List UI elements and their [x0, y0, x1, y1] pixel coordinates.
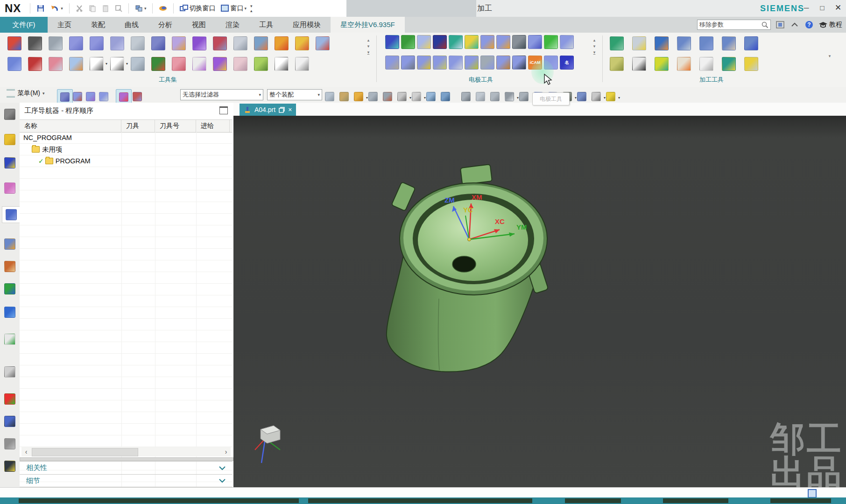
tab-5[interactable]: 渲染	[216, 17, 249, 33]
part-navigator-icon[interactable]	[2, 180, 18, 196]
scrollbar-thumb[interactable]	[32, 448, 138, 456]
constraint-navigator-icon[interactable]	[2, 155, 18, 171]
electrode-r1-icon-5[interactable]	[448, 35, 463, 49]
toolset-r1-icon-1[interactable]	[6, 35, 23, 52]
toolset-r1-icon-15[interactable]	[293, 35, 311, 52]
copy-icon[interactable]	[87, 4, 98, 13]
machining-r1-icon-4[interactable]	[675, 35, 693, 52]
toolset-r1-icon-5[interactable]	[88, 35, 106, 52]
machining-r1-icon-6[interactable]	[720, 35, 738, 52]
toolset-r1-icon-13[interactable]	[252, 35, 270, 52]
menu-button[interactable]: 菜单(M) ▾	[7, 89, 45, 98]
help-icon[interactable]: ?	[804, 20, 814, 29]
view-tool-icon-10[interactable]: ▾	[589, 89, 604, 104]
toolset-r2-icon-10[interactable]	[190, 55, 208, 73]
electrode-r2-icon-7[interactable]	[480, 55, 495, 70]
assembly-navigator-icon[interactable]	[2, 132, 18, 147]
settings-gear-icon[interactable]	[2, 106, 18, 122]
view-tool-icon-5[interactable]	[516, 89, 531, 104]
electrode-r2-icon-1[interactable]	[385, 55, 400, 70]
tab-file[interactable]: 文件(F)	[0, 17, 48, 33]
machining-r1-icon-7[interactable]	[742, 35, 760, 52]
navigator-hscrollbar[interactable]: ‹ ›	[21, 447, 231, 456]
snap-icon-9[interactable]	[438, 89, 453, 104]
history-icon[interactable]	[2, 364, 18, 380]
toolset-r2-icon-8[interactable]	[149, 55, 167, 73]
switch-window-button[interactable]: 切换窗口	[178, 3, 217, 14]
electrode-r1-icon-11[interactable]	[543, 35, 558, 49]
column-header-0[interactable]: 名称	[20, 120, 121, 132]
machining-r1-icon-5[interactable]	[698, 35, 715, 52]
toolset-r1-icon-8[interactable]	[149, 35, 167, 52]
snap-icon-3[interactable]: ▾	[351, 89, 366, 104]
toolset-r1-icon-14[interactable]	[273, 35, 290, 52]
toolset-r2-icon-1[interactable]	[6, 55, 23, 73]
view-tool-icon-1[interactable]	[458, 89, 473, 104]
select-mode-icon-4[interactable]	[96, 89, 111, 104]
machining-group-expand[interactable]: ▾	[825, 53, 834, 59]
toolset-r2-icon-13[interactable]	[252, 55, 270, 73]
section-details[interactable]: 细节	[20, 474, 233, 487]
tree-row-未用项[interactable]: 未用项	[20, 144, 233, 155]
part-tab[interactable]: A04.prt ×	[240, 104, 296, 116]
snap-icon-5[interactable]	[380, 89, 395, 104]
machining-r2-icon-3[interactable]	[653, 55, 670, 73]
tab-3[interactable]: 分析	[148, 17, 182, 33]
view-tool-icon-11[interactable]: ▾	[603, 89, 618, 104]
scroll-right-icon[interactable]: ›	[221, 448, 231, 455]
notebook-icon[interactable]	[2, 458, 18, 474]
electrode-r2-icon-9[interactable]	[512, 55, 527, 70]
electrode-r1-icon-1[interactable]	[385, 35, 400, 49]
display-icon[interactable]: ▾	[133, 4, 148, 13]
operation-navigator-icon[interactable]	[2, 206, 20, 223]
snap-icon-2[interactable]	[337, 89, 352, 104]
selection-filter-combo[interactable]: 无选择过滤器▾	[180, 89, 263, 100]
toolset-r2-icon-7[interactable]	[129, 55, 147, 73]
machining-r1-icon-1[interactable]	[608, 35, 626, 52]
customize-icon[interactable]	[2, 413, 18, 429]
electrode-r1-icon-8[interactable]	[496, 35, 511, 49]
paste-icon[interactable]	[100, 4, 111, 13]
toolset-r2-icon-15[interactable]	[293, 55, 311, 73]
toolset-r2-icon-2[interactable]	[26, 55, 44, 73]
viewport-canvas[interactable]: ZM XM YC XC YM 邹工 出品	[233, 116, 846, 487]
electrode-r2-icon-5[interactable]	[448, 55, 463, 70]
select-extra-icon-2[interactable]	[130, 89, 145, 104]
qat-customize-icon[interactable]: ▾▴	[250, 4, 253, 13]
machining-r2-icon-7[interactable]	[742, 55, 760, 73]
machining-r2-icon-5[interactable]	[698, 55, 715, 73]
view-tool-icon-2[interactable]	[473, 89, 488, 104]
undo-icon[interactable]: ▾	[49, 3, 65, 14]
electrode-r2-icon-3[interactable]	[416, 55, 431, 70]
machining-r2-icon-1[interactable]	[608, 55, 626, 73]
snap-icon-4[interactable]	[366, 89, 381, 104]
toolset-r2-icon-11[interactable]	[211, 55, 229, 73]
save-icon[interactable]	[35, 3, 47, 14]
toolset-group-scroll[interactable]: ▴▾▾	[364, 37, 373, 56]
section-dependencies[interactable]: 相关性	[20, 461, 233, 474]
web-browser-icon[interactable]	[2, 331, 18, 347]
cut-icon[interactable]	[74, 4, 85, 13]
restore-tab-icon[interactable]	[279, 107, 285, 113]
tab-0[interactable]: 主页	[48, 17, 81, 33]
column-header-1[interactable]: 刀具	[121, 120, 155, 132]
toolset-r1-icon-3[interactable]	[47, 35, 64, 52]
toolset-r1-icon-11[interactable]	[211, 35, 229, 52]
electrode-r1-icon-12[interactable]	[559, 35, 574, 49]
toolset-r2-icon-6[interactable]: ▾	[108, 55, 126, 73]
tab-6[interactable]: 工具	[249, 17, 283, 33]
toolset-r2-icon-3[interactable]	[47, 55, 64, 73]
toolset-r1-icon-2[interactable]	[26, 35, 44, 52]
machining-r1-icon-2[interactable]	[630, 35, 648, 52]
minimize-button[interactable]: ─	[799, 2, 813, 14]
brush-icon[interactable]	[157, 4, 169, 13]
command-search-input[interactable]: 移除参数	[697, 20, 771, 30]
electrode-r1-icon-6[interactable]	[464, 35, 479, 49]
toolset-r2-icon-4[interactable]	[67, 55, 85, 73]
status-notification-icon[interactable]	[808, 489, 817, 498]
panel-float-icon[interactable]	[219, 106, 228, 114]
info-icon[interactable]	[2, 304, 18, 320]
visualization-icon[interactable]	[2, 391, 18, 407]
view-tool-icon-3[interactable]	[487, 89, 502, 104]
toolset-r1-icon-16[interactable]	[314, 35, 331, 52]
